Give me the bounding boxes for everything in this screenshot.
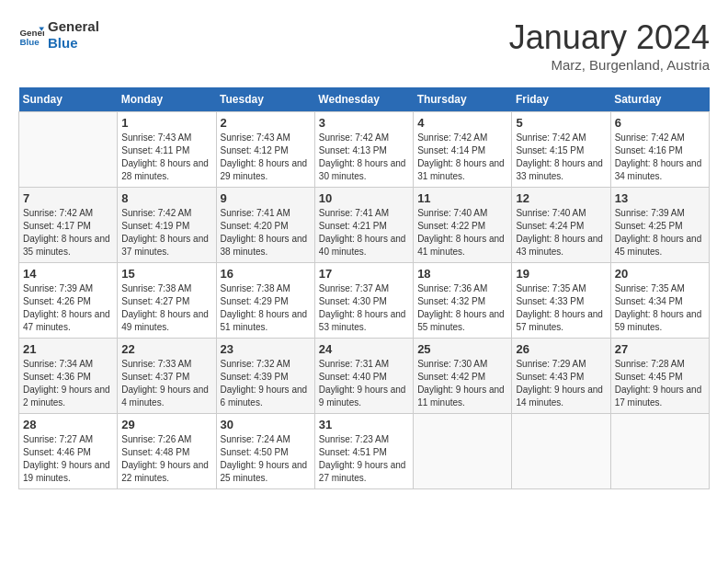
day-number: 28 xyxy=(23,418,113,431)
day-number: 9 xyxy=(221,191,311,205)
day-info: Sunrise: 7:33 AMSunset: 4:37 PMDaylight:… xyxy=(121,358,211,409)
day-number: 19 xyxy=(516,267,606,281)
day-info: Sunrise: 7:28 AMSunset: 4:45 PMDaylight:… xyxy=(615,358,705,409)
day-number: 16 xyxy=(221,267,311,281)
logo-blue-text: Blue xyxy=(48,35,99,52)
day-info: Sunrise: 7:42 AMSunset: 4:14 PMDaylight:… xyxy=(417,132,507,183)
calendar-cell: 12 Sunrise: 7:40 AMSunset: 4:24 PMDaylig… xyxy=(512,188,610,263)
calendar-cell: 13 Sunrise: 7:39 AMSunset: 4:25 PMDaylig… xyxy=(610,188,709,263)
day-info: Sunrise: 7:30 AMSunset: 4:42 PMDaylight:… xyxy=(417,358,507,409)
day-header-sunday: Sunday xyxy=(19,87,118,112)
day-info: Sunrise: 7:42 AMSunset: 4:13 PMDaylight:… xyxy=(319,132,409,183)
svg-text:Blue: Blue xyxy=(19,37,40,47)
calendar-week-row: 1 Sunrise: 7:43 AMSunset: 4:11 PMDayligh… xyxy=(19,112,710,188)
day-info: Sunrise: 7:37 AMSunset: 4:30 PMDaylight:… xyxy=(319,282,409,334)
calendar-cell xyxy=(610,414,709,489)
month-year-title: January 2024 xyxy=(509,18,710,57)
day-info: Sunrise: 7:42 AMSunset: 4:17 PMDaylight:… xyxy=(23,207,113,259)
day-info: Sunrise: 7:39 AMSunset: 4:26 PMDaylight:… xyxy=(23,282,113,334)
calendar-week-row: 28 Sunrise: 7:27 AMSunset: 4:46 PMDaylig… xyxy=(19,414,710,489)
day-number: 18 xyxy=(417,267,507,281)
calendar-cell: 26 Sunrise: 7:29 AMSunset: 4:43 PMDaylig… xyxy=(512,339,610,414)
day-info: Sunrise: 7:41 AMSunset: 4:21 PMDaylight:… xyxy=(319,207,409,259)
day-number: 11 xyxy=(417,191,507,205)
calendar-cell: 23 Sunrise: 7:32 AMSunset: 4:39 PMDaylig… xyxy=(216,339,314,414)
day-info: Sunrise: 7:40 AMSunset: 4:24 PMDaylight:… xyxy=(516,207,606,259)
day-number: 29 xyxy=(121,418,211,431)
day-number: 6 xyxy=(615,116,705,130)
day-info: Sunrise: 7:32 AMSunset: 4:39 PMDaylight:… xyxy=(221,358,311,409)
day-info: Sunrise: 7:42 AMSunset: 4:19 PMDaylight:… xyxy=(121,207,211,259)
day-info: Sunrise: 7:35 AMSunset: 4:34 PMDaylight:… xyxy=(615,282,705,334)
day-info: Sunrise: 7:24 AMSunset: 4:50 PMDaylight:… xyxy=(221,433,311,485)
calendar-cell: 16 Sunrise: 7:38 AMSunset: 4:29 PMDaylig… xyxy=(216,263,314,339)
day-info: Sunrise: 7:41 AMSunset: 4:20 PMDaylight:… xyxy=(221,207,311,259)
day-number: 17 xyxy=(319,267,409,281)
day-info: Sunrise: 7:27 AMSunset: 4:46 PMDaylight:… xyxy=(23,433,113,485)
day-info: Sunrise: 7:43 AMSunset: 4:11 PMDaylight:… xyxy=(121,132,211,183)
calendar-cell: 11 Sunrise: 7:40 AMSunset: 4:22 PMDaylig… xyxy=(414,188,512,263)
title-block: January 2024 Marz, Burgenland, Austria xyxy=(509,18,710,73)
day-number: 23 xyxy=(221,342,311,356)
calendar-cell: 9 Sunrise: 7:41 AMSunset: 4:20 PMDayligh… xyxy=(216,188,314,263)
calendar-cell: 24 Sunrise: 7:31 AMSunset: 4:40 PMDaylig… xyxy=(314,339,413,414)
calendar-cell: 28 Sunrise: 7:27 AMSunset: 4:46 PMDaylig… xyxy=(19,414,118,489)
day-info: Sunrise: 7:23 AMSunset: 4:51 PMDaylight:… xyxy=(319,433,409,485)
day-number: 14 xyxy=(23,267,113,281)
calendar-cell: 1 Sunrise: 7:43 AMSunset: 4:11 PMDayligh… xyxy=(118,112,216,188)
day-number: 13 xyxy=(615,191,705,205)
day-number: 5 xyxy=(516,116,606,130)
calendar-cell xyxy=(19,112,118,188)
day-info: Sunrise: 7:42 AMSunset: 4:15 PMDaylight:… xyxy=(516,132,606,183)
page-header: General Blue General Blue January 2024 M… xyxy=(18,18,710,73)
day-number: 1 xyxy=(121,116,211,130)
day-info: Sunrise: 7:42 AMSunset: 4:16 PMDaylight:… xyxy=(615,132,705,183)
calendar-week-row: 14 Sunrise: 7:39 AMSunset: 4:26 PMDaylig… xyxy=(19,263,710,339)
day-header-thursday: Thursday xyxy=(414,87,512,112)
calendar-cell: 22 Sunrise: 7:33 AMSunset: 4:37 PMDaylig… xyxy=(118,339,216,414)
day-number: 15 xyxy=(121,267,211,281)
day-header-saturday: Saturday xyxy=(610,87,709,112)
day-info: Sunrise: 7:35 AMSunset: 4:33 PMDaylight:… xyxy=(516,282,606,334)
calendar-cell: 25 Sunrise: 7:30 AMSunset: 4:42 PMDaylig… xyxy=(414,339,512,414)
calendar-cell: 10 Sunrise: 7:41 AMSunset: 4:21 PMDaylig… xyxy=(314,188,413,263)
calendar-cell: 8 Sunrise: 7:42 AMSunset: 4:19 PMDayligh… xyxy=(118,188,216,263)
calendar-cell: 2 Sunrise: 7:43 AMSunset: 4:12 PMDayligh… xyxy=(216,112,314,188)
day-number: 12 xyxy=(516,191,606,205)
calendar-cell: 18 Sunrise: 7:36 AMSunset: 4:32 PMDaylig… xyxy=(414,263,512,339)
day-number: 20 xyxy=(615,267,705,281)
calendar-week-row: 21 Sunrise: 7:34 AMSunset: 4:36 PMDaylig… xyxy=(19,339,710,414)
day-number: 21 xyxy=(23,342,113,356)
day-number: 2 xyxy=(221,116,311,130)
calendar-cell: 15 Sunrise: 7:38 AMSunset: 4:27 PMDaylig… xyxy=(118,263,216,339)
calendar-cell: 20 Sunrise: 7:35 AMSunset: 4:34 PMDaylig… xyxy=(610,263,709,339)
logo: General Blue General Blue xyxy=(18,18,99,52)
calendar-cell: 19 Sunrise: 7:35 AMSunset: 4:33 PMDaylig… xyxy=(512,263,610,339)
calendar-cell: 6 Sunrise: 7:42 AMSunset: 4:16 PMDayligh… xyxy=(610,112,709,188)
day-number: 8 xyxy=(121,191,211,205)
calendar-header-row: SundayMondayTuesdayWednesdayThursdayFrid… xyxy=(19,87,710,112)
calendar-cell: 3 Sunrise: 7:42 AMSunset: 4:13 PMDayligh… xyxy=(314,112,413,188)
day-info: Sunrise: 7:43 AMSunset: 4:12 PMDaylight:… xyxy=(221,132,311,183)
day-header-tuesday: Tuesday xyxy=(216,87,314,112)
calendar-cell: 21 Sunrise: 7:34 AMSunset: 4:36 PMDaylig… xyxy=(19,339,118,414)
day-number: 25 xyxy=(417,342,507,356)
day-header-wednesday: Wednesday xyxy=(314,87,413,112)
day-info: Sunrise: 7:39 AMSunset: 4:25 PMDaylight:… xyxy=(615,207,705,259)
calendar-cell: 4 Sunrise: 7:42 AMSunset: 4:14 PMDayligh… xyxy=(414,112,512,188)
calendar-table: SundayMondayTuesdayWednesdayThursdayFrid… xyxy=(18,87,710,489)
calendar-cell: 7 Sunrise: 7:42 AMSunset: 4:17 PMDayligh… xyxy=(19,188,118,263)
day-info: Sunrise: 7:34 AMSunset: 4:36 PMDaylight:… xyxy=(23,358,113,409)
day-info: Sunrise: 7:29 AMSunset: 4:43 PMDaylight:… xyxy=(516,358,606,409)
logo-icon: General Blue xyxy=(18,22,44,48)
calendar-cell: 31 Sunrise: 7:23 AMSunset: 4:51 PMDaylig… xyxy=(314,414,413,489)
calendar-cell: 14 Sunrise: 7:39 AMSunset: 4:26 PMDaylig… xyxy=(19,263,118,339)
day-info: Sunrise: 7:38 AMSunset: 4:27 PMDaylight:… xyxy=(121,282,211,334)
day-number: 3 xyxy=(319,116,409,130)
day-number: 24 xyxy=(319,342,409,356)
calendar-cell: 17 Sunrise: 7:37 AMSunset: 4:30 PMDaylig… xyxy=(314,263,413,339)
calendar-week-row: 7 Sunrise: 7:42 AMSunset: 4:17 PMDayligh… xyxy=(19,188,710,263)
day-number: 26 xyxy=(516,342,606,356)
calendar-cell xyxy=(512,414,610,489)
day-info: Sunrise: 7:38 AMSunset: 4:29 PMDaylight:… xyxy=(221,282,311,334)
